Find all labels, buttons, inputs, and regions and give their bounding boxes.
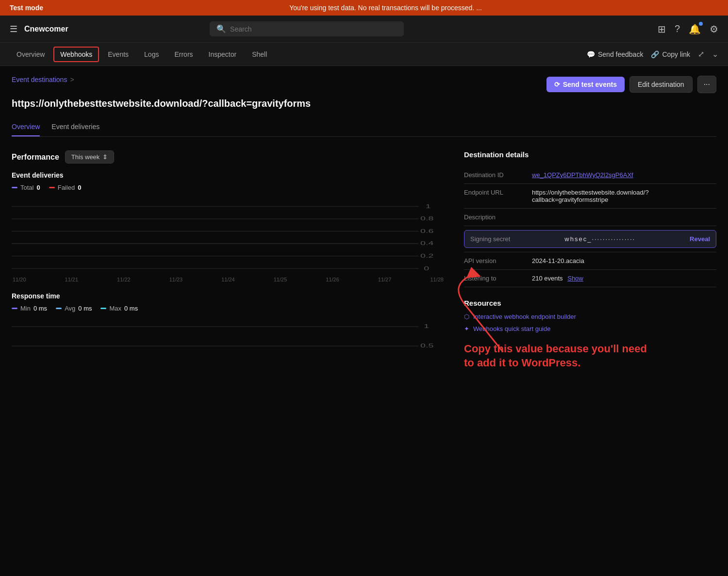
svg-text:0.2: 0.2 [420,252,433,259]
grid-icon[interactable]: ⊞ [658,23,666,35]
help-icon[interactable]: ? [675,23,680,34]
description-label: Description [464,209,532,226]
search-bar[interactable]: 🔍 [210,21,404,36]
more-options-button[interactable]: ··· [697,76,716,93]
signing-secret-value: whsec_················ [564,235,635,243]
svg-text:0.5: 0.5 [420,343,433,348]
chevron-up-down-icon: ⇕ [102,153,108,161]
response-time-chart: 1 0.5 [12,317,445,356]
annotation-container: Copy this value because you'll needto ad… [464,342,716,370]
guide-icon: ✦ [464,325,469,332]
legend-avg: Avg 0 ms [56,305,92,312]
hamburger-icon[interactable]: ☰ [10,24,17,34]
tab-webhooks[interactable]: Webhooks [53,47,99,62]
search-icon: 🔍 [216,24,226,33]
breadcrumb: Event destinations > [12,76,74,83]
endpoint-url-value: https://onlythebesttestwebsite.download/… [532,184,716,209]
endpoint-url-label: Endpoint URL [464,184,532,209]
svg-text:1: 1 [424,323,429,329]
right-panel: Destination details Destination ID we_1Q… [464,150,716,370]
svg-text:0.6: 0.6 [420,228,433,234]
destination-id-value: we_1QPZy6DPTbhWyQ2l2sgP6AXf [532,166,716,184]
left-panel: Performance This week ⇕ Event deliveries… [12,150,445,370]
event-deliveries-chart: 1 0.8 0.6 0.4 0.2 0 [12,196,445,274]
copy-link-link[interactable]: 🔗 Copy link [651,50,690,58]
notification-badge [699,22,703,26]
main-layout: Performance This week ⇕ Event deliveries… [12,150,716,370]
interactive-builder-link[interactable]: ⬡ Interactive webhook endpoint builder [464,313,716,320]
tab-overview[interactable]: Overview [10,47,51,62]
max-dot [100,308,106,309]
tab-errors[interactable]: Errors [167,47,199,62]
send-feedback-link[interactable]: 💬 Send feedback [587,50,643,58]
test-mode-banner: Test mode You're using test data. No rea… [0,0,728,16]
period-selector[interactable]: This week ⇕ [65,150,115,164]
description-value [532,209,716,226]
test-mode-label: Test mode [10,4,43,12]
svg-text:0.8: 0.8 [420,215,433,221]
secondary-nav: Overview Webhooks Events Logs Errors Ins… [0,43,728,66]
x-axis-labels: 11/20 11/21 11/22 11/23 11/24 11/25 11/2… [12,277,445,282]
reveal-button[interactable]: Reveal [690,235,710,243]
settings-icon[interactable]: ⚙ [710,23,718,35]
detail-row-api-version: API version 2024-11-20.acacia [464,252,716,270]
chat-icon: 💬 [587,50,595,58]
nav-actions: 💬 Send feedback 🔗 Copy link ⤢ ⌄ [587,49,718,59]
detail-row-signing-secret: Signing secret whsec_················ Re… [464,226,716,252]
destination-details-table: Destination ID we_1QPZy6DPTbhWyQ2l2sgP6A… [464,166,716,287]
detail-row-listening-to: Listening to 210 events Show [464,270,716,287]
tab-events[interactable]: Events [101,47,135,62]
svg-text:1: 1 [426,203,431,209]
destination-details-title: Destination details [464,150,716,159]
annotation-text: Copy this value because you'll needto ad… [464,342,716,370]
breadcrumb-link[interactable]: Event destinations [12,76,67,83]
performance-title: Performance [12,153,59,162]
brand-name: Cnewcomer [24,25,68,33]
notifications-icon[interactable]: 🔔 [689,23,701,35]
collapse-icon[interactable]: ⌄ [712,49,718,59]
content-area: Event destinations > ⟳ Send test events … [0,66,728,379]
subtab-overview[interactable]: Overview [12,118,40,136]
avg-dot [56,308,62,309]
tab-inspector[interactable]: Inspector [202,47,244,62]
legend-max: Max 0 ms [100,305,138,312]
svg-text:0.4: 0.4 [420,240,433,246]
banner-message: You're using test data. No real transact… [53,4,718,12]
response-chart-svg: 1 0.5 [12,317,445,356]
refresh-icon: ⟳ [554,81,560,88]
svg-text:0: 0 [424,265,429,271]
edit-destination-button[interactable]: Edit destination [629,76,693,93]
quick-start-guide-link[interactable]: ✦ Webhooks quick start guide [464,325,716,332]
detail-row-description: Description [464,209,716,226]
subtab-event-deliveries[interactable]: Event deliveries [51,118,99,136]
event-deliveries-title: Event deliveries [12,171,445,179]
event-deliveries-legend: Total 0 Failed 0 [12,184,445,191]
link-icon: 🔗 [651,50,659,58]
destination-id-label: Destination ID [464,166,532,184]
expand-icon[interactable]: ⤢ [698,49,704,59]
performance-header: Performance This week ⇕ [12,150,445,164]
api-version-label: API version [464,252,532,270]
signing-secret-row: Signing secret whsec_················ Re… [464,230,716,248]
top-nav-actions: ⊞ ? 🔔 ⚙ [658,23,718,35]
nav-tabs: Overview Webhooks Events Logs Errors Ins… [10,47,587,62]
response-time-legend: Min 0 ms Avg 0 ms Max 0 ms [12,305,445,312]
show-events-link[interactable]: Show [567,275,583,282]
failed-dot [49,187,55,188]
send-test-events-button[interactable]: ⟳ Send test events [546,77,625,92]
detail-row-endpoint-url: Endpoint URL https://onlythebesttestwebs… [464,184,716,209]
signing-secret-label: Signing secret [470,235,510,243]
search-input[interactable] [230,25,397,33]
response-time-section: Response time Min 0 ms Avg 0 ms Max [12,292,445,356]
tab-shell[interactable]: Shell [245,47,274,62]
total-dot [12,187,17,188]
min-dot [12,308,17,309]
sub-tabs: Overview Event deliveries [12,118,716,137]
api-version-value: 2024-11-20.acacia [532,252,716,270]
tab-logs[interactable]: Logs [137,47,165,62]
resources-section: Resources ⬡ Interactive webhook endpoint… [464,299,716,370]
deliveries-chart-svg: 1 0.8 0.6 0.4 0.2 0 [12,196,445,274]
destination-id-link[interactable]: we_1QPZy6DPTbhWyQ2l2sgP6AXf [532,171,633,179]
detail-row-destination-id: Destination ID we_1QPZy6DPTbhWyQ2l2sgP6A… [464,166,716,184]
listening-to-value: 210 events Show [532,270,716,287]
